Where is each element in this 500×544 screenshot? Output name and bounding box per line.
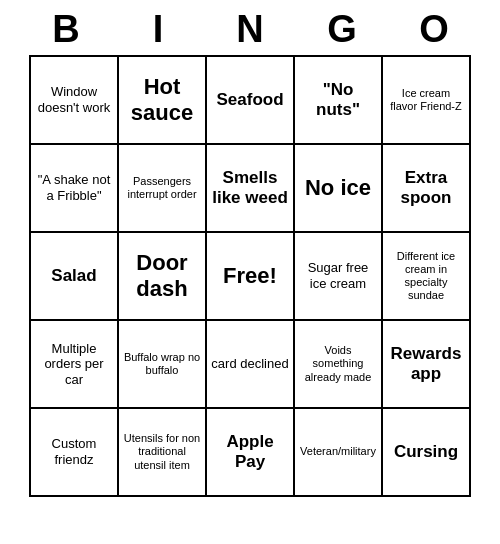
bingo-cell-3: "No nuts" [295, 57, 383, 145]
bingo-cell-16: Buffalo wrap no buffalo [119, 321, 207, 409]
bingo-cell-7: Smells like weed [207, 145, 295, 233]
header-letter-g: G [298, 8, 386, 51]
bingo-cell-19: Rewards app [383, 321, 471, 409]
bingo-cell-4: Ice cream flavor Friend-Z [383, 57, 471, 145]
bingo-cell-0: Window doesn't work [31, 57, 119, 145]
bingo-cell-24: Cursing [383, 409, 471, 497]
header-letter-n: N [206, 8, 294, 51]
bingo-cell-15: Multiple orders per car [31, 321, 119, 409]
bingo-cell-8: No ice [295, 145, 383, 233]
bingo-cell-17: card declined [207, 321, 295, 409]
bingo-grid: Window doesn't workHot sauceSeafood"No n… [29, 55, 471, 497]
header-letter-o: O [390, 8, 478, 51]
bingo-cell-13: Sugar free ice cream [295, 233, 383, 321]
header-letter-i: I [114, 8, 202, 51]
bingo-cell-23: Veteran/military [295, 409, 383, 497]
bingo-cell-18: Voids something already made [295, 321, 383, 409]
bingo-cell-10: Salad [31, 233, 119, 321]
bingo-cell-14: Different ice cream in specialty sundae [383, 233, 471, 321]
bingo-cell-2: Seafood [207, 57, 295, 145]
bingo-cell-1: Hot sauce [119, 57, 207, 145]
bingo-header: BINGO [20, 0, 480, 55]
bingo-cell-5: "A shake not a Fribble" [31, 145, 119, 233]
bingo-cell-21: Utensils for non traditional utensil ite… [119, 409, 207, 497]
bingo-cell-12: Free! [207, 233, 295, 321]
header-letter-b: B [22, 8, 110, 51]
bingo-cell-9: Extra spoon [383, 145, 471, 233]
bingo-cell-11: Door dash [119, 233, 207, 321]
bingo-cell-22: Apple Pay [207, 409, 295, 497]
bingo-cell-20: Custom friendz [31, 409, 119, 497]
bingo-cell-6: Passengers interrupt order [119, 145, 207, 233]
